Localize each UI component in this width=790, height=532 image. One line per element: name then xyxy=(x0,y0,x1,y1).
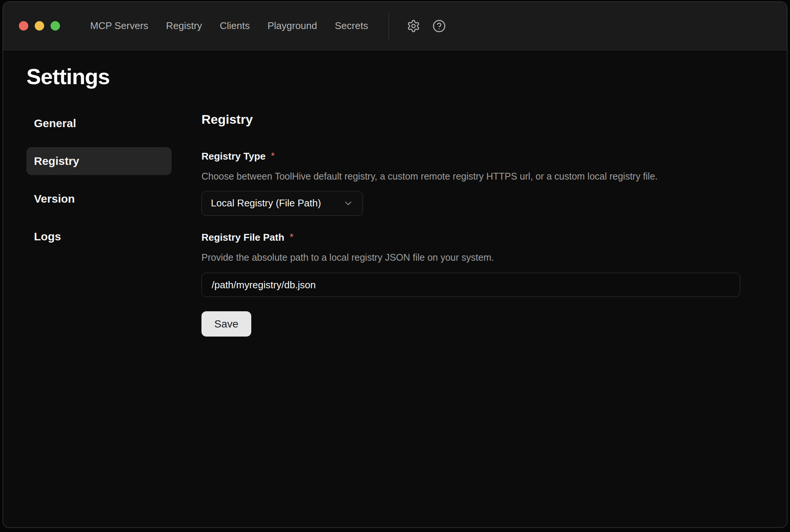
registry-file-path-label: Registry File Path xyxy=(201,232,284,243)
top-nav: MCP Servers Registry Clients Playground … xyxy=(90,20,368,32)
registry-file-path-description: Provide the absolute path to a local reg… xyxy=(201,252,740,263)
required-marker: * xyxy=(290,231,294,243)
nav-item-secrets[interactable]: Secrets xyxy=(335,20,368,32)
section-heading: Registry xyxy=(201,112,740,127)
registry-type-label-row: Registry Type * xyxy=(201,151,740,162)
help-circle-icon[interactable] xyxy=(432,19,446,33)
sidebar-item-version[interactable]: Version xyxy=(26,185,172,213)
sidebar-item-general[interactable]: General xyxy=(26,109,172,137)
zoom-button[interactable] xyxy=(51,21,60,31)
registry-type-select[interactable]: Local Registry (File Path) xyxy=(201,191,363,216)
registry-type-selected-value: Local Registry (File Path) xyxy=(211,197,321,209)
settings-page: Settings General Registry Version Logs R… xyxy=(3,65,787,337)
page-title: Settings xyxy=(26,65,764,88)
registry-settings-panel: Registry Registry Type * Choose between … xyxy=(201,109,764,337)
save-button[interactable]: Save xyxy=(201,311,251,337)
close-button[interactable] xyxy=(19,21,28,31)
registry-type-label: Registry Type xyxy=(201,151,266,162)
titlebar: MCP Servers Registry Clients Playground … xyxy=(3,2,787,50)
chevron-down-icon xyxy=(343,198,354,209)
app-window: MCP Servers Registry Clients Playground … xyxy=(3,2,787,528)
minimize-button[interactable] xyxy=(35,21,44,31)
sidebar-item-logs[interactable]: Logs xyxy=(26,223,172,251)
sidebar-item-registry[interactable]: Registry xyxy=(26,147,172,175)
registry-file-path-label-row: Registry File Path * xyxy=(201,232,740,243)
nav-item-mcp-servers[interactable]: MCP Servers xyxy=(90,20,148,32)
titlebar-divider xyxy=(389,12,389,40)
nav-item-playground[interactable]: Playground xyxy=(267,20,317,32)
gear-icon[interactable] xyxy=(406,19,421,33)
nav-item-clients[interactable]: Clients xyxy=(220,20,249,32)
registry-type-description: Choose between ToolHive default registry… xyxy=(201,171,740,182)
registry-file-path-input[interactable] xyxy=(201,273,740,297)
required-marker: * xyxy=(271,150,275,162)
settings-sidebar: General Registry Version Logs xyxy=(26,109,172,337)
nav-item-registry[interactable]: Registry xyxy=(166,20,202,32)
window-controls xyxy=(19,21,60,31)
